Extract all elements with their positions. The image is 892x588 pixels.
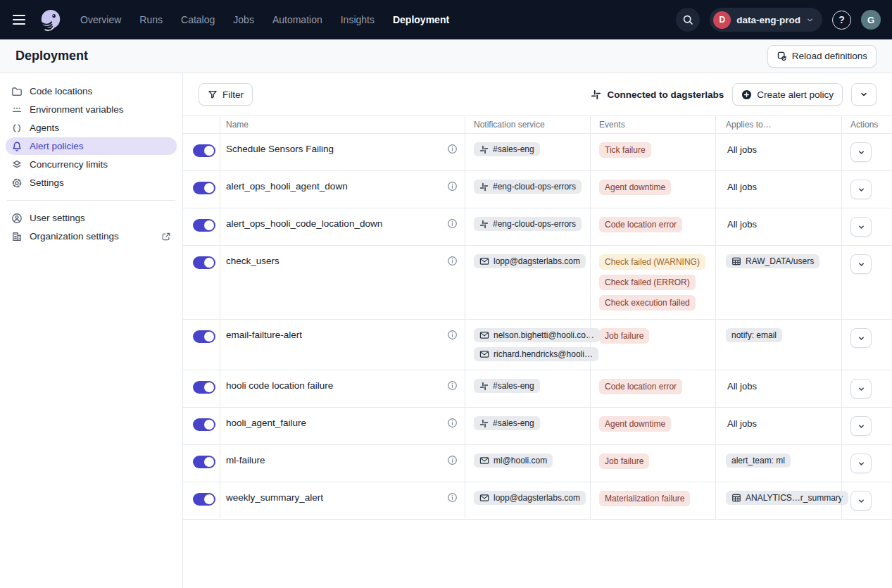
applies-cell: All jobs <box>715 208 841 245</box>
nav-item-runs[interactable]: Runs <box>139 14 163 25</box>
policy-enabled-toggle[interactable] <box>193 144 215 157</box>
policy-enabled-toggle[interactable] <box>193 256 215 269</box>
policy-name: hooli code location failure <box>226 379 333 391</box>
deployment-badge: D <box>713 11 731 29</box>
email-recipient-chip: lopp@dagsterlabs.com <box>474 254 586 268</box>
toggle-cell <box>183 482 220 519</box>
email-recipient-chip: lopp@dagsterlabs.com <box>474 491 586 505</box>
applies-to-label: notify: email <box>731 330 777 340</box>
notification-target: #eng-cloud-ops-errors <box>493 182 576 192</box>
alert-policy-row: weekly_summary_alert lopp@dagsterlabs.co… <box>183 482 892 520</box>
info-icon[interactable] <box>447 455 458 465</box>
nav-item-automation[interactable]: Automation <box>272 14 322 25</box>
agents-icon <box>11 123 23 134</box>
info-icon[interactable] <box>447 330 458 340</box>
policy-enabled-toggle[interactable] <box>193 219 215 232</box>
row-actions-button[interactable] <box>850 328 872 348</box>
row-actions-button[interactable] <box>850 379 872 399</box>
applies-to-text: All jobs <box>726 416 757 429</box>
policy-enabled-toggle[interactable] <box>193 182 215 194</box>
toggle-knob <box>204 220 214 230</box>
sidebar-item-label: Concurrency limits <box>30 159 108 170</box>
menu-icon[interactable] <box>11 11 28 28</box>
sidebar-divider <box>7 200 175 201</box>
applies-cell: All jobs <box>715 370 841 407</box>
info-icon[interactable] <box>447 380 458 391</box>
actions-cell <box>841 171 892 208</box>
info-icon[interactable] <box>447 181 458 192</box>
help-button[interactable]: ? <box>832 11 851 30</box>
mail-icon <box>479 330 489 340</box>
sidebar-item-agents[interactable]: Agents <box>6 119 177 137</box>
search-button[interactable] <box>676 8 700 32</box>
sidebar-item-code-locations[interactable]: Code locations <box>6 82 177 100</box>
info-icon[interactable] <box>447 144 458 154</box>
row-actions-button[interactable] <box>850 416 872 436</box>
row-actions-button[interactable] <box>850 491 872 511</box>
policy-enabled-toggle[interactable] <box>193 330 215 343</box>
name-cell: email-failture-alert <box>220 320 465 370</box>
toggle-knob <box>204 457 214 467</box>
mail-icon <box>479 493 489 503</box>
actions-cell <box>841 246 892 319</box>
notification-cell: nelson.bighetti@hooli.co…richard.hendric… <box>465 320 590 370</box>
sidebar-item-settings[interactable]: Settings <box>6 174 177 192</box>
sidebar-item-environment-variables[interactable]: Environment variables <box>6 101 177 118</box>
events-cell: Job failure <box>590 445 715 482</box>
policy-name: Schedule Sensors Failing <box>226 142 334 154</box>
alert-policy-row: check_users lopp@dagsterlabs.com Check f… <box>183 246 892 320</box>
column-header-notification-service: Notification service <box>465 116 590 133</box>
info-icon[interactable] <box>447 256 458 266</box>
filter-button[interactable]: Filter <box>199 83 253 106</box>
sidebar-item-user-settings[interactable]: User settings <box>6 209 177 227</box>
applies-to-label: ANALYTICS…r_summary <box>746 493 843 503</box>
toggle-cell <box>183 171 220 208</box>
row-actions-button[interactable] <box>850 142 872 162</box>
events-cell: Job failure <box>590 320 715 370</box>
nav-item-catalog[interactable]: Catalog <box>181 14 215 25</box>
toggle-cell <box>183 370 220 407</box>
policy-enabled-toggle[interactable] <box>193 493 215 506</box>
reload-definitions-button[interactable]: Reload definitions <box>767 45 877 68</box>
row-actions-button[interactable] <box>850 254 872 274</box>
column-header-applies-to: Applies to… <box>715 116 841 133</box>
question-icon: ? <box>838 14 845 25</box>
toggle-cell <box>183 246 220 319</box>
row-actions-button[interactable] <box>850 180 872 199</box>
policy-name: alert_ops_hooli_agent_down <box>226 180 348 192</box>
sidebar-item-label: Agents <box>30 123 59 133</box>
create-policy-more-button[interactable] <box>851 83 877 106</box>
nav-item-jobs[interactable]: Jobs <box>233 14 254 25</box>
create-alert-policy-button[interactable]: Create alert policy <box>732 83 843 106</box>
sidebar-item-concurrency-limits[interactable]: Concurrency limits <box>6 156 177 173</box>
dagster-logo-icon[interactable] <box>38 7 63 32</box>
sidebar-item-alert-policies[interactable]: Alert policies <box>6 137 177 155</box>
alert-policy-row: hooli_agent_failure #sales-eng Agent dow… <box>183 408 892 445</box>
policy-enabled-toggle[interactable] <box>193 381 215 394</box>
nav-item-insights[interactable]: Insights <box>341 14 375 25</box>
event-tag: Check execution failed <box>599 295 696 311</box>
row-actions-button[interactable] <box>850 453 872 473</box>
applies-to-text: All jobs <box>726 180 757 192</box>
info-icon[interactable] <box>447 218 458 229</box>
notification-target: ml@hooli.com <box>494 456 547 465</box>
deployment-switcher[interactable]: D data-eng-prod <box>710 8 822 32</box>
name-cell: hooli_agent_failure <box>220 408 465 444</box>
policy-enabled-toggle[interactable] <box>193 418 215 431</box>
table-icon <box>731 256 741 266</box>
row-actions-button[interactable] <box>850 217 872 237</box>
info-icon[interactable] <box>447 418 458 428</box>
actions-cell <box>841 445 892 482</box>
primary-nav: OverviewRunsCatalogJobsAutomationInsight… <box>80 14 449 25</box>
info-icon[interactable] <box>447 492 458 503</box>
user-avatar[interactable]: G <box>861 10 881 30</box>
nav-item-overview[interactable]: Overview <box>80 14 121 25</box>
slack-channel-chip: #sales-eng <box>474 142 540 156</box>
slack-channel-chip: #sales-eng <box>474 416 540 430</box>
notification-target: lopp@dagsterlabs.com <box>494 493 580 503</box>
sidebar-item-organization-settings[interactable]: Organization settings <box>6 227 177 245</box>
name-cell: Schedule Sensors Failing <box>220 134 465 170</box>
policy-enabled-toggle[interactable] <box>193 456 215 468</box>
name-cell: hooli code location failure <box>220 370 465 407</box>
nav-item-deployment[interactable]: Deployment <box>393 14 449 25</box>
